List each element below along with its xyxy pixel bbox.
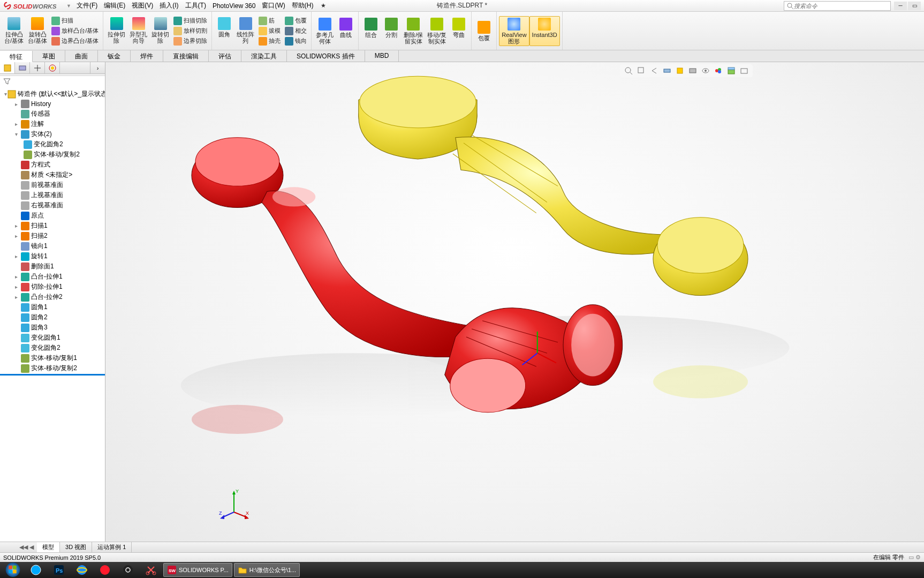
- tree-item[interactable]: 前视基准面: [0, 180, 105, 190]
- menu-view[interactable]: 视图(V): [128, 1, 156, 10]
- motion-study-tab[interactable]: 运动算例 1: [92, 542, 132, 552]
- tree-item[interactable]: 圆角3: [0, 322, 105, 333]
- appearance-manager-tab[interactable]: [45, 62, 60, 73]
- tree-item[interactable]: 变化圆角2: [0, 139, 105, 149]
- tree-item[interactable]: 圆角2: [0, 312, 105, 322]
- tree-item[interactable]: 右视基准面: [0, 200, 105, 211]
- tree-item[interactable]: ▸ 切除-拉伸1: [0, 282, 105, 292]
- curves-button[interactable]: 曲线: [336, 17, 356, 46]
- taskbar-photoshop-icon[interactable]: Ps: [48, 563, 70, 577]
- tree-item[interactable]: 实体-移动/复制1: [0, 353, 105, 363]
- tree-item[interactable]: 实体-移动/复制2: [0, 149, 105, 160]
- orientation-triad[interactable]: Y X Z: [218, 488, 250, 520]
- property-manager-tab[interactable]: [15, 62, 30, 73]
- lofted-cut-button[interactable]: 放样切割: [171, 26, 209, 36]
- hole-wizard-button[interactable]: 异型孔 向导: [127, 16, 149, 46]
- tree-item[interactable]: ▸ 凸台-拉伸2: [0, 292, 105, 302]
- tree-item[interactable]: ▸ 凸台-拉伸1: [0, 272, 105, 282]
- menu-tools[interactable]: 工具(T): [182, 1, 209, 10]
- tree-item[interactable]: 原点: [0, 211, 105, 221]
- feature-tree-tab[interactable]: [0, 62, 15, 73]
- extruded-cut-button[interactable]: 拉伸切 除: [105, 16, 127, 46]
- extruded-boss-button[interactable]: 拉伸凸 台/基体: [2, 16, 26, 46]
- tree-item[interactable]: 方程式: [0, 160, 105, 170]
- move-copy-body-button[interactable]: 移动/复 制实体: [425, 17, 449, 46]
- shell-button[interactable]: 抽壳: [256, 36, 283, 46]
- menu-help[interactable]: 帮助(H): [289, 1, 317, 10]
- boundary-cut-button[interactable]: 边界切除: [171, 36, 209, 46]
- search-input[interactable]: [794, 3, 888, 9]
- tree-item[interactable]: 实体-移动/复制2: [0, 363, 105, 376]
- 3d-views-tab[interactable]: 3D 视图: [60, 542, 92, 552]
- combine-button[interactable]: 组合: [361, 17, 381, 46]
- filter-icon[interactable]: [0, 76, 105, 88]
- tree-item[interactable]: 上视基准面: [0, 190, 105, 200]
- realview-button[interactable]: RealView 图形: [499, 16, 529, 46]
- menu-edit[interactable]: 编辑(E): [101, 1, 128, 10]
- tab-surface[interactable]: 曲面: [65, 50, 98, 62]
- tab-mbd[interactable]: MBD: [365, 50, 399, 62]
- taskbar-snip-icon[interactable]: [140, 563, 162, 577]
- tree-item[interactable]: 镜向1: [0, 241, 105, 251]
- tab-direct-edit[interactable]: 直接编辑: [163, 50, 209, 62]
- wrap-button[interactable]: 包覆: [283, 16, 309, 26]
- tree-item[interactable]: ▸ 旋转1: [0, 251, 105, 261]
- search-commands-field[interactable]: [784, 1, 891, 11]
- panel-expand-icon[interactable]: ›: [90, 62, 105, 73]
- boundary-boss-button[interactable]: 边界凸台/基体: [49, 36, 101, 46]
- tree-item[interactable]: 变化圆角1: [0, 333, 105, 343]
- tree-item[interactable]: 传感器: [0, 109, 105, 119]
- menubar-arrow-icon[interactable]: ▼: [66, 3, 71, 9]
- linear-pattern-button[interactable]: 线性阵 列: [234, 16, 256, 46]
- tree-item[interactable]: ▸ 扫描2: [0, 231, 105, 241]
- favorite-star-icon[interactable]: ★: [321, 2, 326, 9]
- intersect-button[interactable]: 相交: [283, 26, 309, 36]
- tab-sw-addins[interactable]: SOLIDWORKS 插件: [287, 50, 365, 62]
- config-manager-tab[interactable]: [30, 62, 45, 73]
- taskbar-explorer-window[interactable]: H:\微信公众号\1...: [234, 563, 300, 577]
- swept-cut-button[interactable]: 扫描切除: [171, 16, 209, 26]
- tab-nav-left-icon[interactable]: ◀◀ ◀: [16, 544, 37, 551]
- start-button[interactable]: [2, 562, 24, 577]
- tab-sheetmetal[interactable]: 钣金: [98, 50, 131, 62]
- tab-sketch[interactable]: 草图: [33, 50, 65, 62]
- wrap-button-2[interactable]: 包覆: [474, 20, 494, 42]
- tab-weldments[interactable]: 焊件: [131, 50, 163, 62]
- instant3d-button[interactable]: Instant3D: [529, 16, 560, 46]
- tree-item[interactable]: 圆角1: [0, 302, 105, 312]
- tree-item[interactable]: 删除面1: [0, 261, 105, 272]
- tab-render[interactable]: 渲染工具: [241, 50, 287, 62]
- mirror-button[interactable]: 镜向: [283, 36, 309, 46]
- revolved-boss-button[interactable]: 旋转凸 台/基体: [26, 16, 49, 46]
- taskbar-edge-icon[interactable]: [25, 563, 47, 577]
- menu-photoview[interactable]: PhotoView 360: [209, 2, 259, 10]
- minimize-button[interactable]: ─: [894, 2, 907, 10]
- revolved-cut-button[interactable]: 旋转切 除: [149, 16, 171, 46]
- menu-window[interactable]: 窗口(W): [259, 1, 288, 10]
- split-button[interactable]: 分割: [381, 17, 402, 46]
- taskbar-obs-icon[interactable]: [117, 563, 139, 577]
- tree-item[interactable]: ▸ History: [0, 99, 105, 109]
- menu-insert[interactable]: 插入(I): [156, 1, 181, 10]
- taskbar-app-icon[interactable]: [94, 563, 116, 577]
- flex-button[interactable]: 弯曲: [449, 17, 469, 46]
- tree-item[interactable]: ▸ 扫描1: [0, 221, 105, 231]
- taskbar-ie-icon[interactable]: [71, 563, 93, 577]
- rib-button[interactable]: 筋: [256, 16, 283, 26]
- tab-evaluate[interactable]: 评估: [209, 50, 241, 62]
- lofted-boss-button[interactable]: 放样凸台/基体: [49, 26, 101, 36]
- tree-item[interactable]: 材质 <未指定>: [0, 170, 105, 180]
- ref-geometry-button[interactable]: 参考几 何体: [314, 17, 336, 46]
- tree-item[interactable]: 变化圆角2: [0, 343, 105, 353]
- tree-item[interactable]: ▸ 注解: [0, 119, 105, 129]
- draft-button[interactable]: 拔模: [256, 26, 283, 36]
- fillet-button[interactable]: 圆角: [214, 16, 234, 46]
- taskbar-solidworks-window[interactable]: SW SOLIDWORKS P...: [163, 563, 232, 577]
- graphics-viewport[interactable]: Y X Z: [105, 62, 924, 542]
- status-icons-icon[interactable]: ▭ ⚙: [908, 554, 921, 561]
- restore-button[interactable]: ▭: [908, 2, 921, 10]
- tree-root[interactable]: ▾ 铸造件 (默认<<默认>_显示状态 1>): [0, 89, 105, 99]
- swept-boss-button[interactable]: 扫描: [49, 16, 101, 26]
- delete-body-button[interactable]: 删除/保 留实体: [402, 17, 425, 46]
- tab-features[interactable]: 特征: [0, 51, 33, 62]
